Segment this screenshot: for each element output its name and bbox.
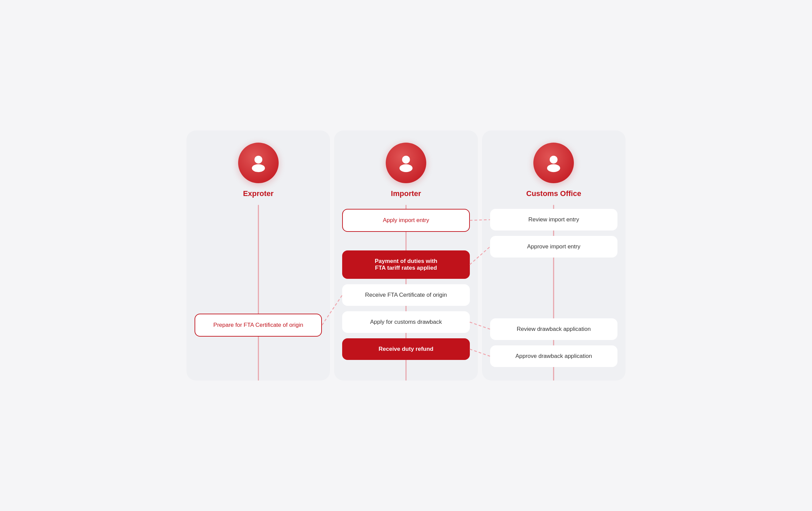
cgap1: [490, 230, 617, 236]
apply-import-label: Apply import entry: [383, 217, 429, 223]
payment-duties-label: Payment of duties with FTA tariff rates …: [375, 258, 437, 271]
approve-import-card: Approve import entry: [490, 236, 617, 258]
person-icon: [248, 152, 269, 173]
receive-refund-label: Receive duty refund: [379, 346, 434, 352]
content-grid: Exproter Prepare for FTA Certificate of …: [186, 130, 626, 381]
customs-column: Customs Office Review import entry Appro…: [482, 130, 626, 381]
cgap2: [490, 340, 617, 345]
svg-point-3: [400, 164, 413, 172]
person-icon-customs: [543, 152, 564, 173]
apply-drawback-card: Apply for customs drawback: [342, 311, 470, 333]
gap4: [342, 333, 470, 338]
exporter-column: Exproter Prepare for FTA Certificate of …: [186, 130, 330, 381]
svg-point-1: [252, 164, 265, 172]
svg-point-5: [547, 164, 560, 172]
svg-point-2: [402, 156, 410, 164]
approve-import-label: Approve import entry: [527, 243, 580, 250]
importer-flow: Apply import entry Payment of duties wit…: [342, 209, 470, 360]
person-icon-importer: [396, 152, 416, 173]
review-import-card: Review import entry: [490, 209, 617, 230]
approve-drawback-label: Approve drawback application: [515, 353, 592, 359]
receive-refund-card: Receive duty refund: [342, 338, 470, 360]
prepare-fta-label: Prepare for FTA Certificate of origin: [213, 322, 303, 328]
customs-flow: Review import entry Approve import entry…: [490, 209, 617, 367]
importer-title: Importer: [391, 189, 421, 198]
payment-duties-card: Payment of duties with FTA tariff rates …: [342, 250, 470, 279]
apply-import-card: Apply import entry: [342, 209, 470, 232]
gap2: [342, 279, 470, 284]
importer-column: Importer Apply import entry Payment of d…: [334, 130, 478, 381]
exporter-title: Exproter: [243, 189, 273, 198]
receive-fta-label: Receive FTA Certificate of origin: [365, 292, 447, 298]
main-layout: Exproter Prepare for FTA Certificate of …: [186, 130, 626, 381]
prepare-fta-card: Prepare for FTA Certificate of origin: [195, 314, 322, 337]
exporter-flow: Prepare for FTA Certificate of origin: [195, 209, 322, 337]
importer-avatar: [386, 143, 426, 183]
approve-drawback-card: Approve drawback application: [490, 345, 617, 367]
review-drawback-label: Review drawback application: [517, 326, 591, 332]
gap3: [342, 306, 470, 311]
diagram-wrapper: Exproter Prepare for FTA Certificate of …: [186, 130, 626, 381]
review-import-label: Review import entry: [528, 216, 579, 223]
svg-point-0: [254, 156, 262, 164]
gap1: [342, 232, 470, 250]
apply-drawback-label: Apply for customs drawback: [370, 319, 442, 325]
receive-fta-card: Receive FTA Certificate of origin: [342, 284, 470, 306]
review-drawback-card: Review drawback application: [490, 318, 617, 340]
exporter-avatar: [238, 143, 279, 183]
customs-avatar: [533, 143, 574, 183]
customs-title: Customs Office: [526, 189, 581, 198]
svg-point-4: [550, 156, 558, 164]
